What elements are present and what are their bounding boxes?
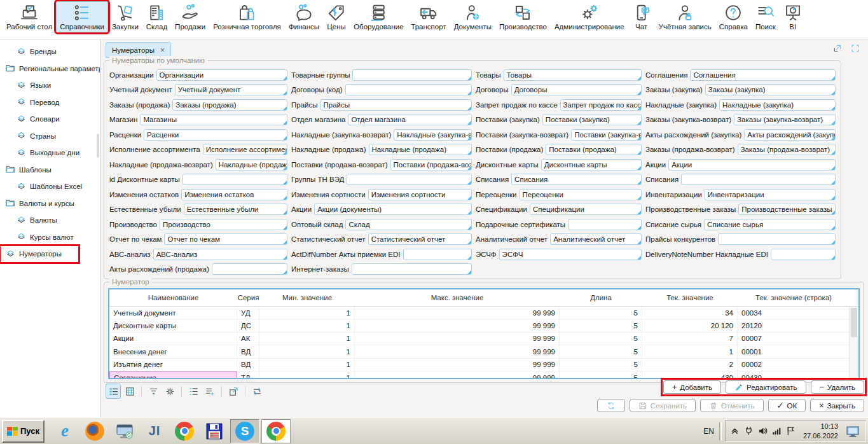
field-input[interactable]: Акции (документы) (314, 204, 472, 215)
toolbar-item-11[interactable]: Производство (495, 1, 551, 32)
field-input[interactable]: Переоценки (520, 189, 642, 200)
sidebar-item-2[interactable]: Языки (0, 77, 100, 94)
field-input[interactable] (771, 249, 836, 260)
field-input[interactable]: Магазины (140, 114, 287, 125)
cancel-button[interactable]: Отменить (700, 399, 764, 412)
taskbar-app-firefox[interactable] (81, 419, 109, 443)
fullscreen-icon[interactable] (850, 43, 860, 53)
toolbar-item-7[interactable]: Цены (323, 1, 350, 32)
column-header[interactable]: Длина (560, 294, 642, 302)
taskbar-app-chrome-active[interactable] (261, 419, 291, 443)
field-input[interactable]: Склад (345, 219, 472, 230)
field-input[interactable]: Заказы (продажа) (172, 99, 287, 111)
volume-icon[interactable] (758, 426, 768, 436)
field-input[interactable]: Поставки (продажа-возврат) (390, 159, 472, 170)
field-input[interactable]: АВС-анализ (153, 249, 287, 260)
field-input[interactable]: Производственные заказы (738, 204, 836, 215)
sidebar-item-10[interactable]: Валюты (0, 212, 100, 229)
field-input[interactable]: Товары (504, 69, 642, 81)
field-input[interactable]: Расценки (144, 129, 287, 141)
field-input[interactable] (345, 84, 472, 95)
field-input[interactable]: Аналитический отчет (550, 233, 642, 245)
field-input[interactable]: Статистический отчет (368, 233, 472, 245)
field-input[interactable] (212, 263, 287, 275)
flag-icon[interactable] (786, 426, 796, 436)
sidebar-item-9[interactable]: Валюты и курсы (0, 195, 100, 212)
toolbar-item-14[interactable]: Учётная запись (655, 1, 715, 32)
field-input[interactable]: Акции (668, 159, 836, 170)
field-input[interactable] (347, 174, 472, 185)
external-link-button[interactable] (226, 384, 241, 399)
field-input[interactable] (183, 174, 287, 185)
sidebar-item-7[interactable]: Шаблоны (0, 162, 100, 179)
field-input[interactable]: Заказы (закупка) (705, 84, 836, 95)
taskbar-app-intellij[interactable]: JI (141, 419, 169, 443)
field-input[interactable]: Исполнение ассортимента (203, 144, 287, 155)
taskbar-app-remote-desktop[interactable] (111, 419, 139, 443)
clock[interactable]: 10:13 27.06.2022 (803, 422, 838, 441)
table-row-5[interactable]: СоглашенияТД199 999543000430 (109, 371, 858, 378)
column-header[interactable]: Тек. значение (642, 294, 738, 302)
table-scrollbar[interactable] (849, 307, 858, 378)
toolbar-item-2[interactable]: Закупки (108, 1, 142, 32)
field-input[interactable]: Запрет продаж по кассе (560, 99, 642, 111)
table-row-0[interactable]: Учетный документУД199 99953400034 (109, 307, 858, 319)
field-input[interactable]: Накладные (продажа) (369, 144, 472, 155)
field-input[interactable]: Инвентаризации (705, 189, 836, 200)
grid-view-button[interactable] (122, 384, 137, 399)
hidden-icons-chevron-icon[interactable] (730, 426, 740, 436)
sidebar-item-0[interactable]: Бренды (0, 43, 100, 60)
toolbar-item-15[interactable]: Справка (715, 1, 752, 32)
open-in-window-icon[interactable] (832, 43, 843, 53)
edit-button[interactable]: Редактировать (726, 380, 806, 394)
toolbar-item-6[interactable]: Финансы (285, 1, 323, 32)
field-input[interactable]: Производство (160, 219, 287, 230)
toolbar-item-3[interactable]: Склад (142, 1, 171, 32)
sidebar-item-12[interactable]: Нумераторы (0, 246, 79, 263)
field-input[interactable]: Договоры (511, 84, 642, 95)
toolbar-item-16[interactable]: Поиск (752, 1, 780, 32)
save-button[interactable]: Сохранить (630, 399, 696, 412)
sidebar-item-5[interactable]: Страны (0, 128, 100, 145)
settings-gear-button[interactable] (162, 384, 177, 399)
toolbar-item-12[interactable]: Администрирование (551, 1, 628, 32)
tab-close-icon[interactable]: × (160, 46, 165, 55)
sidebar-scrollbar[interactable] (97, 134, 99, 158)
field-input[interactable] (568, 219, 642, 230)
table-row-2[interactable]: АкцииАК199 9995700007 (109, 333, 858, 345)
field-input[interactable]: Поставки (закупка) (542, 114, 642, 125)
column-header[interactable]: Макс. значение (355, 294, 560, 302)
field-input[interactable]: Списание сырья (704, 219, 836, 230)
sidebar-item-4[interactable]: Словари (0, 111, 100, 128)
filter-button[interactable] (146, 384, 161, 399)
power-plug-icon[interactable] (744, 426, 754, 436)
language-indicator[interactable]: EN (703, 427, 714, 436)
sidebar-item-6[interactable]: Выходные дни (0, 144, 100, 162)
taskbar-app-floppy-save[interactable] (200, 419, 228, 443)
ok-button[interactable]: ✓ ОК (768, 399, 806, 412)
field-input[interactable] (352, 263, 472, 275)
toolbar-item-1[interactable]: Справочники (56, 1, 108, 32)
toolbar-item-13[interactable]: Чат (628, 1, 655, 32)
toolbar-item-4[interactable]: Продажи (171, 1, 209, 32)
list-add-button[interactable] (202, 384, 217, 399)
field-input[interactable]: Дисконтные карты (541, 159, 642, 170)
table-row-3[interactable]: Внесения денегВД199 9995100001 (109, 345, 858, 358)
field-input[interactable]: Списания (511, 174, 642, 185)
field-input[interactable]: Прайсы (320, 99, 472, 111)
field-input[interactable]: Спецификации (530, 204, 642, 215)
column-header[interactable]: Наименование (109, 294, 237, 302)
toolbar-item-17[interactable]: BI (780, 1, 806, 32)
taskbar-app-skype[interactable]: S (230, 419, 259, 443)
start-button[interactable]: Пуск (2, 420, 45, 443)
field-input[interactable]: Акты расхождений (закупка) (744, 129, 836, 141)
field-input[interactable] (681, 174, 836, 185)
field-input[interactable]: Организации (156, 69, 287, 81)
cycle-refresh-button[interactable] (249, 384, 265, 399)
table-row-1[interactable]: Дисконтные картыДС199 999520 12020120 (109, 319, 858, 332)
toolbar-item-9[interactable]: Транспорт (407, 1, 450, 32)
field-input[interactable]: Соглашения (690, 69, 836, 81)
field-input[interactable]: ЭСФЧ (499, 249, 642, 260)
field-input[interactable]: Отчет по чекам (164, 233, 287, 245)
network-signal-icon[interactable] (772, 426, 782, 436)
